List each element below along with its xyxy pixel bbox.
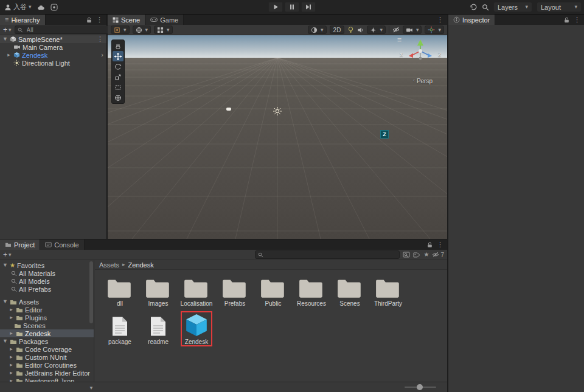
kebab-menu-icon[interactable]: ⋮ [574, 16, 580, 23]
expand-icon[interactable]: ▸ [6, 52, 12, 58]
expand-icon[interactable]: ▸ [9, 307, 14, 312]
rotate-tool-button[interactable] [113, 61, 123, 72]
tree-row-editor-coroutines[interactable]: ▸ Editor Coroutines [0, 361, 94, 369]
effects-dropdown[interactable]: ▾ [367, 26, 386, 34]
overlay-handle-icon[interactable]: = [397, 36, 402, 44]
play-button[interactable] [268, 2, 283, 12]
zendesk-sprite-gizmo[interactable]: Z [380, 130, 389, 139]
tab-console[interactable]: Console [40, 239, 84, 250]
search-by-label-icon[interactable] [413, 252, 420, 258]
expand-icon[interactable]: ▼ [2, 263, 8, 268]
tree-row-custom-nunit[interactable]: ▸ Custom NUnit [0, 353, 94, 361]
asset-folder-public[interactable]: Public [255, 275, 291, 307]
account-button[interactable]: 入谷 ▾ [4, 2, 32, 12]
audio-toggle-icon[interactable] [357, 27, 364, 33]
gizmos-dropdown[interactable]: ▾ [425, 26, 444, 34]
kebab-menu-icon[interactable]: ⋮ [97, 36, 106, 43]
directional-light-gizmo[interactable] [273, 106, 282, 116]
hierarchy-item-directional-light[interactable]: Directional Light [0, 59, 106, 67]
lock-icon[interactable] [427, 242, 433, 248]
tree-row-packages[interactable]: ▼ Packages [0, 337, 94, 345]
expand-icon[interactable]: ▸ [9, 346, 14, 352]
tree-row-newtonsoft-json[interactable]: ▸ Newtonsoft Json [0, 377, 94, 382]
services-button[interactable] [50, 4, 58, 11]
handle-rotation-dropdown[interactable]: ▾ [133, 26, 151, 34]
kebab-menu-icon[interactable]: ⋮ [437, 16, 443, 23]
add-object-button[interactable]: + ▾ [3, 26, 12, 34]
2d-toggle[interactable]: 2D [330, 26, 345, 34]
tree-row-code-coverage[interactable]: ▸ Code Coverage [0, 345, 94, 353]
perspective-toggle[interactable]: ‹ Persp [413, 78, 433, 84]
asset-folder-localisation[interactable]: Localisation [179, 275, 214, 307]
tab-project[interactable]: Project [0, 239, 40, 250]
tree-row-assets[interactable]: ▼ Assets [0, 298, 94, 306]
step-button[interactable] [301, 2, 316, 12]
favorite-star-icon[interactable]: ★ [423, 252, 429, 258]
tree-row-zendesk[interactable]: ▸ Zendesk [0, 329, 94, 337]
thumbnail-zoom-slider[interactable] [405, 387, 436, 388]
expand-icon[interactable]: ▸ [9, 315, 14, 320]
transform-tool-button[interactable] [113, 92, 123, 103]
tab-scene[interactable]: Scene [108, 15, 145, 25]
expand-icon[interactable]: ▼ [2, 299, 8, 304]
asset-folder-scenes[interactable]: Scenes [332, 275, 367, 307]
expand-icon[interactable]: ▸ [9, 362, 14, 368]
kebab-menu-icon[interactable]: ⋮ [96, 16, 103, 23]
expand-icon[interactable]: ▸ [9, 331, 14, 336]
tree-row-scenes[interactable]: Scenes [0, 322, 94, 329]
prefab-open-icon[interactable]: › [101, 52, 106, 58]
hierarchy-search[interactable] [15, 26, 111, 34]
tree-row-plugins[interactable]: ▸ Plugins [0, 314, 94, 322]
draw-mode-dropdown[interactable]: ▾ [308, 26, 327, 34]
create-asset-button[interactable]: + ▾ [3, 250, 12, 259]
scroll-down-icon[interactable]: ▼ [89, 386, 94, 391]
tree-row-favorites[interactable]: ▼ ★ Favorites [0, 261, 94, 269]
breadcrumb-current[interactable]: Zendesk [128, 261, 154, 269]
lighting-toggle-icon[interactable] [347, 26, 354, 33]
tree-scrollbar[interactable] [89, 261, 93, 380]
lock-icon[interactable] [564, 17, 569, 23]
slider-knob[interactable] [417, 384, 423, 390]
move-tool-button[interactable] [113, 51, 123, 61]
view-tool-button[interactable] [113, 41, 123, 51]
project-search-input[interactable] [266, 251, 397, 259]
expand-icon[interactable]: ▸ [9, 354, 14, 360]
hierarchy-search-input[interactable] [26, 26, 108, 34]
asset-file-readme[interactable]: readme [141, 313, 176, 345]
hierarchy-item-main-camera[interactable]: Main Camera [0, 43, 106, 51]
scale-tool-button[interactable] [113, 72, 123, 82]
rect-tool-button[interactable] [113, 82, 123, 92]
history-icon[interactable] [470, 3, 478, 11]
expand-icon[interactable]: ▼ [2, 339, 8, 344]
scene-row[interactable]: ▼ SampleScene* ⋮ [0, 35, 106, 43]
layout-dropdown[interactable]: Layout ▾ [537, 2, 582, 12]
asset-folder-images[interactable]: Images [141, 275, 176, 307]
search-icon[interactable] [482, 4, 489, 11]
asset-folder-prefabs[interactable]: Prefabs [217, 275, 252, 307]
search-by-type-icon[interactable] [403, 252, 410, 258]
asset-file-package[interactable]: package [102, 313, 137, 345]
asset-folder-resources[interactable]: Resources [294, 275, 329, 307]
tab-game[interactable]: Game [145, 15, 184, 25]
asset-file-zendesk[interactable]: Zendesk [179, 313, 214, 345]
lock-icon[interactable] [86, 17, 92, 23]
tool-settings-dropdown[interactable]: ▾ [111, 26, 130, 34]
tree-row-all-prefabs[interactable]: All Prefabs [0, 285, 94, 293]
tree-row-editor[interactable]: ▸ Editor [0, 306, 94, 314]
tree-row-all-models[interactable]: All Models [0, 277, 94, 285]
expand-icon[interactable]: ▼ [2, 36, 8, 42]
expand-icon[interactable]: ▸ [9, 370, 14, 376]
breadcrumb-root[interactable]: Assets [99, 261, 119, 269]
hierarchy-item-zendesk[interactable]: ▸ Zendesk › [0, 51, 106, 59]
asset-folder-thirdparty[interactable]: ThirdParty [370, 275, 406, 307]
tree-row-jetbrains-rider-editor[interactable]: ▸ JetBrains Rider Editor [0, 369, 94, 377]
camera-gizmo[interactable] [226, 108, 231, 111]
scene-visibility-icon[interactable] [392, 26, 400, 33]
tab-hierarchy[interactable]: ≡ Hierarchy [0, 15, 46, 25]
kebab-menu-icon[interactable]: ⋮ [437, 241, 443, 248]
layers-dropdown[interactable]: Layers ▾ [493, 2, 532, 12]
hidden-packages-icon[interactable]: 7 [432, 251, 444, 258]
orientation-gizmo[interactable]: x z [403, 39, 437, 68]
cloud-button[interactable] [37, 4, 45, 10]
grid-snap-dropdown[interactable]: ▾ [154, 26, 173, 34]
